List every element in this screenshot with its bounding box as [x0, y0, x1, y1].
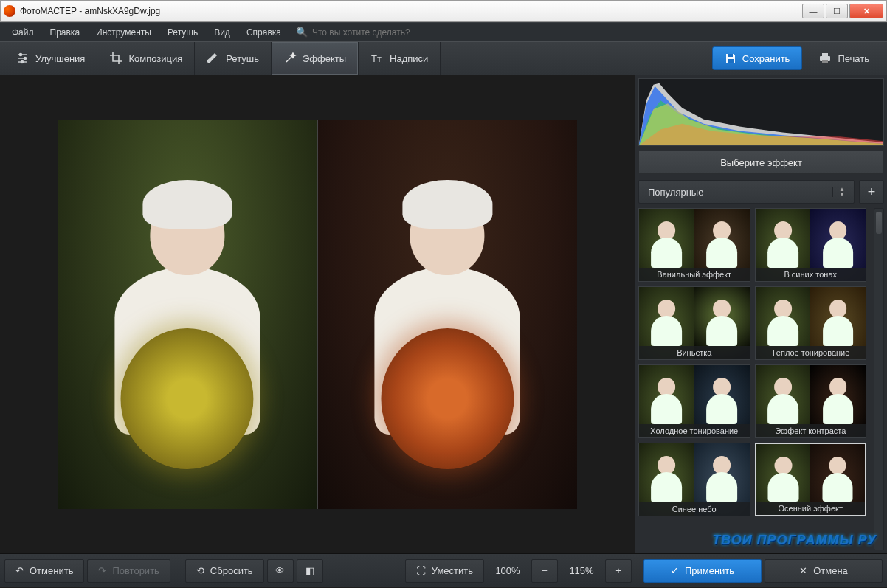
- redo-label: Повторить: [112, 565, 159, 576]
- tab-label: Надписи: [390, 53, 428, 64]
- zoom-out-button[interactable]: −: [531, 559, 558, 583]
- preview-after: [317, 120, 578, 509]
- sliders-icon: [16, 52, 30, 65]
- eye-icon: 👁: [275, 565, 285, 576]
- check-icon: ✓: [671, 565, 679, 576]
- effect-label: Эффект контраста: [756, 424, 866, 437]
- histogram: [638, 78, 884, 146]
- effects-grid: Ванильный эффект В синих тонах Виньетка …: [638, 208, 874, 550]
- fit-button[interactable]: ⛶ Уместить: [405, 559, 484, 583]
- svg-rect-9: [728, 59, 734, 63]
- compare-button[interactable]: ◧: [297, 559, 323, 583]
- print-button[interactable]: Печать: [810, 46, 878, 70]
- canvas-area[interactable]: [0, 75, 635, 553]
- effect-label: Тёплое тонирование: [756, 346, 866, 359]
- zoom-value: 115%: [561, 565, 602, 576]
- panel-header: Выберите эффект: [638, 151, 884, 174]
- svg-point-4: [24, 57, 26, 59]
- tab-label: Композиция: [128, 53, 182, 64]
- effect-label: Ванильный эффект: [639, 268, 750, 281]
- save-icon: [725, 52, 736, 64]
- tab-retouch[interactable]: Ретушь: [195, 42, 272, 75]
- effect-label: Виньетка: [639, 346, 750, 359]
- window-maximize-button[interactable]: ☐: [826, 4, 848, 18]
- save-label: Сохранить: [742, 53, 790, 64]
- tab-label: Ретушь: [226, 53, 259, 64]
- print-label: Печать: [838, 53, 869, 64]
- effect-contrast[interactable]: Эффект контраста: [755, 364, 867, 438]
- cancel-button[interactable]: ✕ Отмена: [765, 559, 883, 583]
- zoom-in-button[interactable]: +: [605, 559, 632, 583]
- category-label: Популярные: [648, 187, 703, 198]
- svg-rect-11: [822, 53, 828, 56]
- effect-vanilla[interactable]: Ванильный эффект: [638, 208, 750, 282]
- svg-point-5: [21, 60, 23, 63]
- apply-label: Применить: [685, 565, 734, 576]
- effect-cold-toning[interactable]: Холодное тонирование: [638, 364, 750, 438]
- window-title: ФотоМАСТЕР - amNskXA9gDw.jpg: [20, 6, 160, 16]
- add-category-button[interactable]: +: [859, 180, 884, 204]
- app-icon: [4, 5, 15, 17]
- menu-view[interactable]: Вид: [207, 25, 238, 40]
- reset-button[interactable]: ⟲ Сбросить: [185, 559, 264, 583]
- search-input[interactable]: [312, 27, 460, 38]
- category-select[interactable]: Популярные ▲▼: [638, 180, 855, 204]
- effect-warm-toning[interactable]: Тёплое тонирование: [755, 286, 867, 360]
- effect-autumn[interactable]: Осенний эффект: [755, 443, 867, 516]
- window-close-button[interactable]: ✕: [849, 4, 883, 18]
- right-panel: Выберите эффект Популярные ▲▼ + Ванильны…: [635, 75, 887, 553]
- apply-button[interactable]: ✓ Применить: [643, 559, 762, 583]
- tab-label: Улучшения: [35, 53, 85, 64]
- tab-effects[interactable]: Эффекты: [272, 42, 359, 75]
- bottom-bar: ↶ Отменить ↷ Повторить ⟲ Сбросить 👁 ◧ ⛶ …: [0, 553, 887, 587]
- preview-image: [58, 120, 577, 509]
- redo-icon: ↷: [98, 565, 106, 576]
- undo-icon: ↶: [15, 565, 24, 576]
- tab-composition[interactable]: Композиция: [97, 42, 195, 75]
- undo-button[interactable]: ↶ Отменить: [4, 559, 84, 583]
- effect-label: Осенний эффект: [756, 502, 866, 515]
- effect-label: Синее небо: [639, 502, 750, 516]
- menu-file[interactable]: Файл: [4, 25, 41, 40]
- fit-label: Уместить: [432, 565, 473, 576]
- text-icon: Tт: [370, 52, 384, 65]
- reset-icon: ⟲: [196, 565, 204, 576]
- brush-icon: [207, 52, 220, 65]
- tab-enhance[interactable]: Улучшения: [4, 42, 97, 75]
- split-icon: ◧: [306, 565, 314, 576]
- window-minimize-button[interactable]: —: [802, 4, 824, 18]
- menu-tools[interactable]: Инструменты: [89, 25, 159, 40]
- wand-icon: [283, 52, 297, 65]
- effect-vignette[interactable]: Виньетка: [638, 286, 750, 360]
- reset-label: Сбросить: [210, 565, 253, 576]
- effect-label: В синих тонах: [756, 268, 866, 281]
- fit-icon: ⛶: [416, 565, 426, 576]
- save-button[interactable]: Сохранить: [712, 46, 803, 70]
- effects-scrollbar[interactable]: [874, 208, 884, 550]
- plus-icon: +: [615, 565, 621, 576]
- redo-button[interactable]: ↷ Повторить: [87, 559, 170, 583]
- plus-icon: +: [868, 184, 876, 200]
- window-titlebar: ФотоМАСТЕР - amNskXA9gDw.jpg — ☐ ✕: [0, 0, 887, 22]
- scrollbar-handle[interactable]: [876, 212, 882, 234]
- cancel-label: Отмена: [813, 565, 848, 576]
- effect-label: Холодное тонирование: [639, 424, 750, 437]
- tab-label: Эффекты: [303, 53, 346, 64]
- undo-label: Отменить: [30, 565, 73, 576]
- menu-help[interactable]: Справка: [239, 25, 289, 40]
- effect-blue-tones[interactable]: В синих тонах: [755, 208, 867, 282]
- toggle-preview-button[interactable]: 👁: [267, 559, 294, 583]
- preview-before: [58, 120, 317, 509]
- tool-tabs: Улучшения Композиция Ретушь Эффекты Tт Н…: [0, 41, 887, 75]
- effect-blue-sky[interactable]: Синее небо: [638, 443, 750, 516]
- svg-rect-8: [728, 54, 733, 57]
- menu-retouch[interactable]: Ретушь: [160, 25, 205, 40]
- crop-icon: [109, 52, 122, 65]
- menu-edit[interactable]: Правка: [43, 25, 88, 40]
- zoom-fit-value: 100%: [487, 565, 528, 576]
- svg-rect-12: [822, 60, 828, 63]
- chevron-updown-icon: ▲▼: [832, 187, 845, 197]
- tab-text[interactable]: Tт Надписи: [359, 42, 441, 75]
- search-icon: 🔍: [296, 27, 308, 38]
- menu-bar: Файл Правка Инструменты Ретушь Вид Справ…: [0, 22, 887, 41]
